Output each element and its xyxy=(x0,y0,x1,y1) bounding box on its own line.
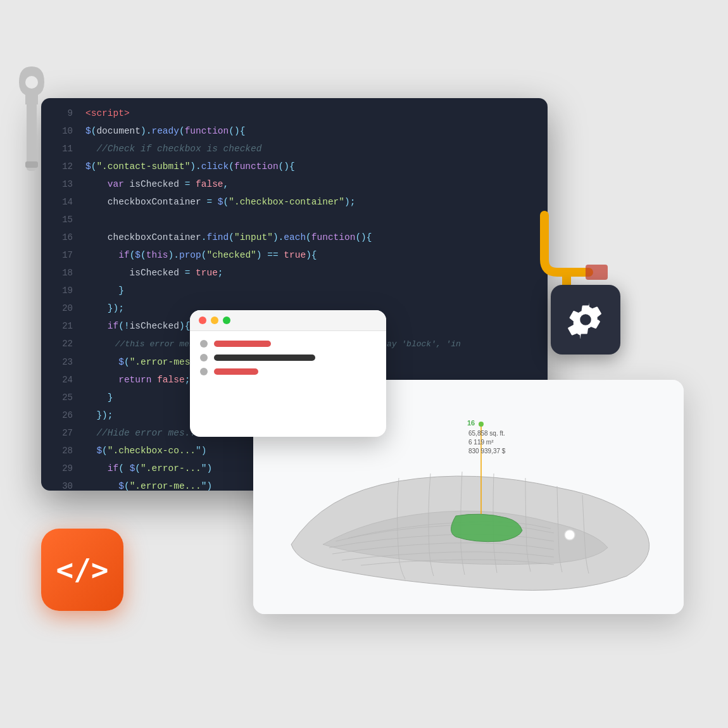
code-line-13: 13 var isChecked = false, xyxy=(41,175,548,193)
gear-badge xyxy=(551,285,620,355)
code-line-18: 18 isChecked = true; xyxy=(41,264,548,282)
dot-yellow xyxy=(211,317,218,324)
svg-text:65,858 sq. ft.: 65,858 sq. ft. xyxy=(468,430,505,437)
browser-row-3 xyxy=(200,368,376,375)
svg-point-5 xyxy=(565,530,575,540)
row-dot-2 xyxy=(200,354,208,361)
row-dot-1 xyxy=(200,340,208,348)
browser-body xyxy=(190,331,386,384)
svg-rect-0 xyxy=(27,101,37,171)
dot-green xyxy=(223,317,230,324)
svg-text:6 119 m²: 6 119 m² xyxy=(468,439,494,446)
gear-icon xyxy=(567,301,605,339)
svg-text:16: 16 xyxy=(467,419,475,427)
svg-rect-2 xyxy=(25,161,38,168)
browser-titlebar xyxy=(190,310,386,331)
svg-point-1 xyxy=(25,76,38,89)
code-badge-label: </> xyxy=(56,553,108,587)
code-badge: </> xyxy=(41,529,123,611)
svg-point-7 xyxy=(479,422,484,427)
code-line-19: 19 } xyxy=(41,282,548,299)
code-line-11: 11 //Check if checkbox is checked xyxy=(41,140,548,158)
wrench-icon xyxy=(13,63,51,177)
code-line-14: 14 checkboxContainer = $(".checkbox-cont… xyxy=(41,193,548,211)
row-bar-1 xyxy=(214,341,271,347)
code-line-9: 9 <script> xyxy=(41,104,548,122)
code-line-12: 12 $(".contact-submit").click(function()… xyxy=(41,158,548,175)
svg-text:830 939,37 $: 830 939,37 $ xyxy=(468,448,506,455)
browser-row-2 xyxy=(200,354,376,361)
row-dot-3 xyxy=(200,368,208,375)
scene: 9 <script> 10 $(document).ready(function… xyxy=(0,0,728,728)
row-bar-2 xyxy=(214,355,315,361)
code-line-16: 16 checkboxContainer.find("input").each(… xyxy=(41,229,548,246)
browser-row-1 xyxy=(200,340,376,348)
browser-card xyxy=(190,310,386,437)
code-line-10: 10 $(document).ready(function(){ xyxy=(41,122,548,140)
row-bar-3 xyxy=(214,368,258,375)
svg-rect-3 xyxy=(586,265,608,280)
dot-red xyxy=(199,317,206,324)
code-line-17: 17 if($(this).prop("checked") == true){ xyxy=(41,246,548,264)
code-line-15: 15 xyxy=(41,211,548,229)
